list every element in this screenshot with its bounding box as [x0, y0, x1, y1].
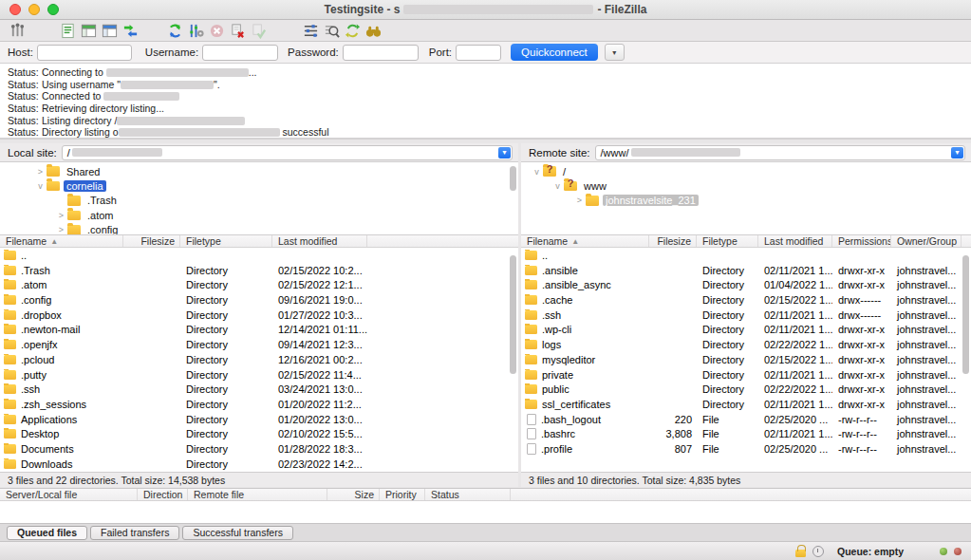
file-row[interactable]: .bashrc 3,808 File 02/11/2021 1... -rw-r…: [521, 427, 971, 442]
file-row[interactable]: .dropbox Directory 01/27/2022 10:3...: [0, 308, 518, 323]
file-row[interactable]: mysqleditor Directory 02/15/2022 1... dr…: [521, 352, 971, 367]
log-message: Using username "".: [42, 79, 220, 90]
column-header-status[interactable]: Status: [425, 489, 511, 500]
column-header-filetype[interactable]: Filetype: [180, 235, 272, 247]
reconnect-icon[interactable]: [248, 22, 269, 40]
process-queue-icon[interactable]: [185, 22, 206, 40]
column-header-owner-group[interactable]: Owner/Group: [891, 235, 962, 247]
username-input[interactable]: [202, 45, 278, 61]
column-header-last-modified[interactable]: Last modified: [758, 235, 832, 247]
quickconnect-history-dropdown[interactable]: ▾: [605, 44, 625, 61]
remote-site-dropdown-icon[interactable]: ▼: [951, 147, 963, 159]
minimize-window-button[interactable]: [28, 4, 40, 15]
refresh-icon[interactable]: [164, 22, 185, 40]
column-header-filename[interactable]: Filename▲: [0, 235, 123, 247]
column-header-direction[interactable]: Direction: [138, 489, 188, 500]
file-row[interactable]: .zsh_sessions Directory 01/20/2022 11:2.…: [0, 397, 518, 412]
file-row[interactable]: .cache Directory 02/15/2022 1... drwx---…: [521, 292, 971, 308]
column-header-remote-file[interactable]: Remote file: [188, 489, 327, 500]
column-header-filename[interactable]: Filename▲: [521, 235, 649, 247]
file-row[interactable]: Applications Directory 01/20/2022 13:0..…: [0, 412, 518, 427]
tree-item[interactable]: v www: [521, 178, 971, 193]
tree-item[interactable]: > Shared: [0, 164, 518, 178]
file-row[interactable]: ..: [0, 248, 518, 263]
password-input[interactable]: [343, 45, 419, 61]
message-log-toggle-icon[interactable]: [57, 22, 78, 40]
expander-icon[interactable]: >: [573, 196, 586, 205]
file-row[interactable]: ..: [521, 248, 971, 263]
column-header-size[interactable]: Size: [327, 489, 380, 500]
transfer-queue-toggle-icon[interactable]: [120, 22, 140, 40]
tree-item[interactable]: > johnstravelsite_231: [521, 194, 971, 208]
file-row[interactable]: .pcloud Directory 12/16/2021 00:2...: [0, 352, 518, 367]
column-header-priority[interactable]: Priority: [380, 489, 425, 500]
quickconnect-button[interactable]: Quickconnect: [511, 44, 598, 61]
expander-icon[interactable]: v: [551, 181, 564, 191]
column-header-filesize[interactable]: Filesize: [649, 235, 697, 247]
column-header-permissions[interactable]: Permissions: [832, 235, 891, 247]
local-list-scrollbar[interactable]: [510, 255, 516, 374]
local-site-dropdown-icon[interactable]: ▼: [498, 147, 511, 159]
file-row[interactable]: .Trash Directory 02/15/2022 10:2...: [0, 263, 518, 278]
host-input[interactable]: [37, 45, 132, 61]
file-row[interactable]: .newton-mail Directory 12/14/2021 01:11.…: [0, 323, 518, 338]
zoom-window-button[interactable]: [47, 4, 59, 15]
column-header-filesize[interactable]: Filesize: [123, 235, 180, 247]
close-window-button[interactable]: [9, 4, 21, 15]
file-row[interactable]: .profile 807 File 02/25/2020 ... -rw-r--…: [521, 441, 971, 457]
file-row[interactable]: .putty Directory 02/15/2022 11:4...: [0, 367, 518, 383]
site-manager-icon[interactable]: [7, 22, 28, 40]
remote-list-scrollbar[interactable]: [962, 255, 969, 374]
expander-icon[interactable]: v: [34, 181, 47, 191]
tree-item[interactable]: > .config: [0, 223, 518, 235]
file-row[interactable]: logs Directory 02/22/2022 1... drwxr-xr-…: [521, 337, 971, 352]
local-tree-scrollbar[interactable]: [510, 166, 516, 191]
file-row[interactable]: .wp-cli Directory 02/11/2021 1... drwxr-…: [521, 323, 971, 338]
log-status-label: Status:: [0, 126, 42, 138]
column-header-filetype[interactable]: Filetype: [697, 235, 758, 247]
queue-tab[interactable]: Failed transfers: [90, 526, 179, 540]
file-type: Directory: [180, 399, 272, 410]
remote-tree-toggle-icon[interactable]: [99, 22, 120, 40]
local-tree-toggle-icon[interactable]: [78, 22, 99, 40]
file-row[interactable]: private Directory 02/11/2021 1... drwxr-…: [521, 367, 971, 383]
expander-icon[interactable]: >: [34, 167, 47, 177]
expander-icon[interactable]: >: [55, 211, 67, 220]
column-header-server-local-file[interactable]: Server/Local file: [0, 489, 138, 500]
disconnect-icon[interactable]: [227, 22, 248, 40]
file-modified: 03/24/2021 13:0...: [272, 383, 367, 395]
port-input[interactable]: [456, 45, 501, 61]
tree-item[interactable]: v /: [521, 164, 971, 178]
file-row[interactable]: Downloads Directory 02/23/2022 14:2...: [0, 457, 518, 472]
file-row[interactable]: .ansible Directory 02/11/2021 1... drwxr…: [521, 263, 971, 278]
file-row[interactable]: .bash_logout 220 File 02/25/2020 ... -rw…: [521, 412, 971, 427]
file-row[interactable]: .ssh Directory 03/24/2021 13:0...: [0, 382, 518, 397]
compare-directories-icon[interactable]: [321, 22, 342, 40]
tree-item[interactable]: .Trash: [0, 194, 518, 208]
remote-site-combo[interactable]: /www/ ▼: [595, 145, 965, 160]
local-site-combo[interactable]: / ▼: [62, 145, 513, 160]
speed-limit-icon[interactable]: [812, 546, 824, 557]
file-row[interactable]: .atom Directory 02/15/2022 12:1...: [0, 277, 518, 292]
tree-item[interactable]: > .atom: [0, 208, 518, 222]
find-files-icon[interactable]: [363, 22, 383, 40]
queue-tab[interactable]: Queued files: [7, 526, 87, 540]
file-row[interactable]: Desktop Directory 02/10/2022 15:5...: [0, 427, 518, 442]
expander-icon[interactable]: v: [531, 167, 543, 177]
file-row[interactable]: .openjfx Directory 09/14/2021 12:3...: [0, 337, 518, 352]
synchronized-browsing-icon[interactable]: [342, 22, 363, 40]
tree-item[interactable]: v cornelia: [0, 178, 518, 193]
file-row[interactable]: public Directory 02/22/2022 1... drwxr-x…: [521, 382, 971, 397]
cancel-operation-icon[interactable]: [206, 22, 227, 40]
directory-filters-icon[interactable]: [300, 22, 321, 40]
file-row[interactable]: .ssh Directory 02/11/2021 1... drwx-----…: [521, 308, 971, 323]
file-row[interactable]: .config Directory 09/16/2021 19:0...: [0, 292, 518, 308]
file-row[interactable]: Documents Directory 01/28/2022 18:3...: [0, 441, 518, 457]
file-row[interactable]: ssl_certificates Directory 02/11/2021 1.…: [521, 397, 971, 412]
column-header-last-modified[interactable]: Last modified: [272, 235, 367, 247]
encryption-lock-icon[interactable]: [795, 550, 806, 557]
file-row[interactable]: .ansible_async Directory 01/04/2022 1...…: [521, 277, 971, 292]
file-modified: 09/14/2021 12:3...: [272, 339, 367, 350]
expander-icon[interactable]: >: [55, 225, 67, 234]
queue-tab[interactable]: Successful transfers: [182, 526, 293, 540]
